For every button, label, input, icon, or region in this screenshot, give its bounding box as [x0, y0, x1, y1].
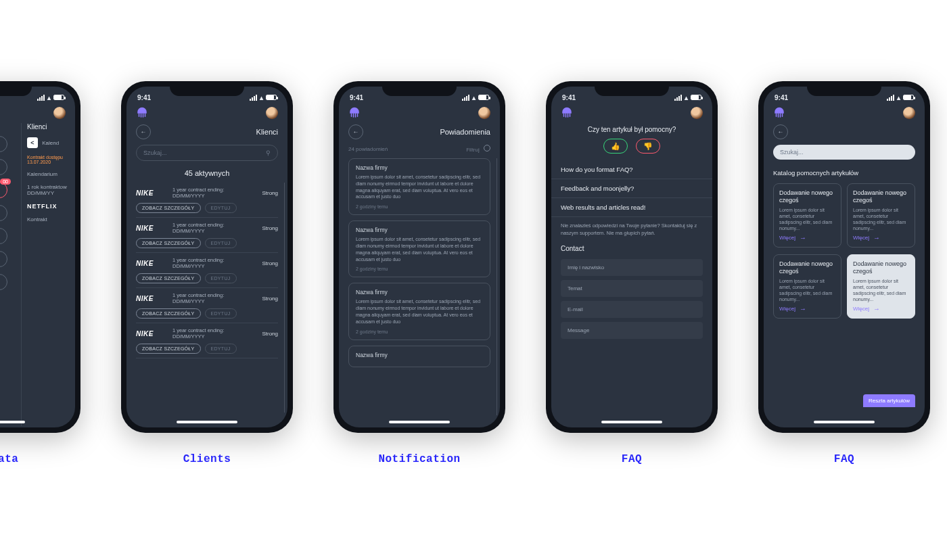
phone-clients: 9:41 ▴ ← Klienci: [121, 81, 293, 433]
back-button[interactable]: ←: [773, 124, 788, 139]
battery-icon: [691, 95, 701, 100]
scrollbar[interactable]: [284, 183, 285, 413]
thumbs-up-icon: 👍: [611, 142, 620, 151]
signal-icon: [37, 95, 45, 101]
page-dots[interactable]: ● ○ ○: [0, 426, 75, 427]
article-card[interactable]: Dodawanie nowego czegoś Lorem ipsum dolo…: [847, 183, 915, 248]
faq-question[interactable]: Web results and articles read!: [551, 198, 712, 217]
mydata-pill[interactable]: podatkowy: [0, 228, 7, 244]
jellyfish-logo-icon[interactable]: [773, 107, 785, 119]
card-desc: Lorem ipsum dolor sit amet, consetetur s…: [779, 278, 835, 302]
caption: Clients: [183, 453, 231, 465]
edit-button[interactable]: EDYTUJ: [205, 308, 237, 319]
brand-name: NIKE: [136, 260, 167, 267]
jellyfish-logo-icon[interactable]: [136, 107, 148, 119]
search-input[interactable]: Szukaj...: [773, 145, 915, 160]
mydata-pill[interactable]: codawca: [0, 251, 7, 267]
card-desc: Lorem ipsum dolor sit amet, consetetur s…: [853, 278, 909, 302]
avatar[interactable]: [903, 107, 915, 119]
view-details-button[interactable]: ZOBACZ SZCZEGÓŁY: [136, 238, 201, 248]
more-link[interactable]: Więcej →: [779, 305, 835, 312]
article-card[interactable]: Dodawanie nowego czegoś Lorem ipsum dolo…: [773, 183, 841, 248]
contract-access-line1: Kontrakt dostępu: [27, 155, 72, 160]
thumbs-down-button[interactable]: 👎: [636, 139, 660, 154]
brand-name: NIKE: [136, 330, 167, 337]
view-details-button[interactable]: ZOBACZ SZCZEGÓŁY: [136, 273, 201, 283]
mydata-pill[interactable]: ój adres: [0, 159, 7, 175]
avatar[interactable]: [53, 107, 66, 119]
card-title: Dodawanie nowego czegoś: [779, 260, 835, 275]
home-indicator[interactable]: [177, 421, 237, 423]
avatar[interactable]: [691, 107, 703, 119]
caption: FAQ: [622, 453, 642, 465]
arrow-right-icon: →: [800, 305, 806, 312]
brand-name: NIKE: [136, 295, 167, 302]
strength-label: Strong: [262, 225, 278, 231]
faq-question[interactable]: Feedback and moonjelly?: [551, 179, 712, 198]
view-details-button[interactable]: ZOBACZ SZCZEGÓŁY: [136, 344, 201, 354]
edit-button[interactable]: EDYTUJ: [205, 238, 237, 248]
more-articles-button[interactable]: Reszta artykułów: [863, 394, 915, 407]
faq-prompt: Czy ten artykuł był pomocny?: [551, 123, 712, 139]
name-field[interactable]: Imię i nazwisko: [561, 259, 703, 276]
calendar-label: Kalend: [42, 140, 59, 146]
edit-button[interactable]: EDYTUJ: [205, 344, 237, 354]
avatar[interactable]: [478, 107, 490, 119]
card-desc: Lorem ipsum dolor sit amet, consetetur s…: [853, 207, 909, 231]
brand-name: NIKE: [136, 189, 167, 197]
more-link[interactable]: Więcej →: [853, 305, 909, 312]
edit-button[interactable]: EDYTUJ: [205, 203, 237, 213]
mydata-pill[interactable]: Adres...: [0, 274, 7, 290]
view-details-button[interactable]: ZOBACZ SZCZEGÓŁY: [136, 203, 201, 213]
notif-body: Lorem ipsum dolor sit amet, consetetur s…: [356, 174, 483, 200]
thumbs-up-button[interactable]: 👍: [603, 139, 628, 154]
avatar[interactable]: [266, 107, 278, 119]
notif-time: 2 godziny temu: [356, 266, 483, 271]
client-item: NIKE1 year contract ending:DD/MM/YYYYStr…: [136, 183, 278, 218]
faq-question[interactable]: How do you format FAQ?: [551, 160, 712, 179]
notif-time: 2 godziny temu: [356, 204, 483, 209]
mydata-pill[interactable]: es dostawy00: [0, 182, 7, 198]
home-indicator[interactable]: [389, 421, 450, 423]
notif-body: Lorem ipsum dolor sit amet, consetetur s…: [356, 298, 483, 325]
notif-time: 2 godziny temu: [356, 329, 483, 334]
netflix-brand[interactable]: NETFLIX: [27, 203, 72, 210]
article-card-selected[interactable]: Dodawanie nowego czegoś Lorem ipsum dolo…: [847, 254, 915, 319]
more-link[interactable]: Więcej →: [853, 234, 909, 241]
mydata-pill[interactable]: do faktury: [0, 205, 7, 221]
email-field[interactable]: E-mail: [561, 301, 703, 318]
filter-button[interactable]: Filtruj: [466, 145, 490, 153]
contract-access-line2: 13.07.2020: [27, 160, 72, 164]
scrollbar[interactable]: [496, 158, 497, 415]
notification-card[interactable]: Nazwa firmy: [348, 346, 490, 367]
notification-card[interactable]: Nazwa firmyLorem ipsum dolor sit amet, c…: [348, 158, 490, 215]
view-details-button[interactable]: ZOBACZ SZCZEGÓŁY: [136, 308, 201, 319]
catalog-heading: Katalog pomocnych artykułów: [764, 165, 925, 183]
jellyfish-logo-icon[interactable]: [561, 107, 573, 119]
edit-button[interactable]: EDYTUJ: [205, 273, 237, 283]
brand-name: NIKE: [136, 225, 167, 232]
active-count: 45 aktywnych: [126, 166, 287, 183]
home-indicator[interactable]: [601, 421, 662, 423]
notification-card[interactable]: Nazwa firmyLorem ipsum dolor sit amet, c…: [348, 220, 490, 277]
home-indicator[interactable]: [814, 421, 875, 423]
notif-title: Nazwa firmy: [356, 289, 483, 296]
jellyfish-logo-icon[interactable]: [348, 107, 361, 119]
more-link[interactable]: Więcej →: [779, 234, 835, 241]
mydata-pill[interactable]: Login: [0, 136, 7, 152]
client-item: NIKE1 year contract ending:DD/MM/YYYYStr…: [136, 253, 278, 288]
back-button[interactable]: ←: [348, 124, 363, 139]
arrow-right-icon: →: [800, 234, 806, 241]
contract-info: 1 year contract ending:DD/MM/YYYY: [172, 257, 256, 269]
search-input[interactable]: Szukaj... ⚲: [136, 145, 278, 161]
status-time: 9:41: [350, 94, 363, 101]
notification-card[interactable]: Nazwa firmyLorem ipsum dolor sit amet, c…: [348, 283, 490, 340]
subject-field[interactable]: Temat: [561, 280, 703, 297]
home-indicator[interactable]: [0, 421, 25, 423]
calendar-entry[interactable]: Kalendarium: [27, 171, 72, 177]
back-button[interactable]: ←: [136, 124, 151, 139]
calendar-icon[interactable]: <: [27, 137, 38, 148]
signal-icon: [462, 95, 469, 101]
article-card[interactable]: Dodawanie nowego czegoś Lorem ipsum dolo…: [773, 254, 841, 319]
message-field[interactable]: Message: [561, 322, 703, 339]
